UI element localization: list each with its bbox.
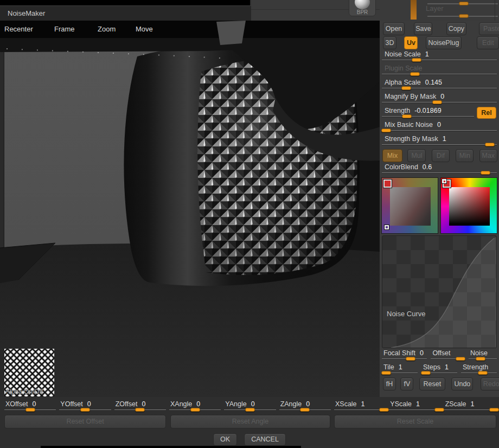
menu-item-frame[interactable]: Frame <box>54 25 75 33</box>
reset-scale-button[interactable]: Reset Scale <box>334 415 496 428</box>
mode-uv-button[interactable]: Uv <box>404 36 418 49</box>
slider-handle[interactable] <box>245 408 255 412</box>
noise-scale-slider[interactable]: Noise Scale1 <box>381 50 498 64</box>
menu-item-move[interactable]: Move <box>136 25 153 33</box>
color-b-selector[interactable] <box>442 179 446 183</box>
edit-button[interactable]: Edit <box>477 36 499 49</box>
slider-track[interactable] <box>421 373 457 374</box>
blend-mul-button[interactable]: Mul <box>407 149 426 162</box>
color-picker-b[interactable] <box>440 177 497 234</box>
background-slider-handle[interactable] <box>459 2 469 5</box>
menu-item-zoom[interactable]: Zoom <box>98 25 116 33</box>
zangle-slider[interactable]: ZAngle0 <box>279 400 331 411</box>
reset-angle-button[interactable]: Reset Angle <box>170 415 330 428</box>
slider-track[interactable] <box>279 409 331 411</box>
slider-handle[interactable] <box>434 408 444 412</box>
slider-handle[interactable] <box>432 100 442 104</box>
menu-item-recenter[interactable]: Recenter <box>4 25 33 33</box>
save-button[interactable]: Save <box>414 22 432 35</box>
xscale-slider[interactable]: XScale1 <box>334 400 386 411</box>
color-picker-a-field[interactable] <box>390 187 431 226</box>
color-picker-b-field[interactable] <box>449 187 490 226</box>
reset-offset-button[interactable]: Reset Offset <box>4 415 166 428</box>
steps-slider[interactable]: Steps1 <box>421 363 457 376</box>
slider-track[interactable] <box>382 88 497 89</box>
background-slider-handle[interactable] <box>459 14 469 18</box>
blend-dif-button[interactable]: Dif <box>432 149 450 162</box>
slider-track[interactable] <box>224 409 276 411</box>
yoffset-slider[interactable]: YOffset0 <box>59 400 111 411</box>
xoffset-slider[interactable]: XOffset0 <box>4 400 56 411</box>
rel-button[interactable]: Rel <box>477 107 496 119</box>
strength-curve-slider[interactable]: Strength <box>461 363 497 376</box>
noise-slider[interactable]: Noise <box>469 349 497 362</box>
slider-handle[interactable] <box>410 72 420 76</box>
slider-handle[interactable] <box>135 408 145 412</box>
slider-track[interactable] <box>461 373 497 374</box>
zoffset-slider[interactable]: ZOffset0 <box>114 400 166 411</box>
slider-track[interactable] <box>382 373 418 374</box>
xangle-slider[interactable]: XAngle0 <box>169 400 221 411</box>
flip-horizontal-button[interactable]: fH <box>383 377 396 391</box>
offset-slider[interactable]: Offset <box>431 349 465 362</box>
slider-track[interactable] <box>382 102 497 103</box>
slider-handle[interactable] <box>421 371 431 375</box>
slider-track[interactable] <box>389 409 440 411</box>
magnify-by-mask-slider[interactable]: Magnify By Mask0 <box>381 92 498 106</box>
tile-slider[interactable]: Tile1 <box>382 363 418 376</box>
cancel-button[interactable]: CANCEL <box>244 433 286 446</box>
redo-button[interactable]: Redo <box>481 377 499 391</box>
slider-handle[interactable] <box>406 357 415 361</box>
slider-track[interactable] <box>382 144 497 145</box>
slider-handle[interactable] <box>456 357 465 361</box>
slider-handle[interactable] <box>300 408 310 412</box>
slider-handle[interactable] <box>402 114 412 118</box>
colorblend-slider[interactable]: ColorBlend0.6 <box>381 163 498 177</box>
blend-min-button[interactable]: Min <box>456 149 474 162</box>
zscale-slider[interactable]: ZScale1 <box>444 400 496 411</box>
slider-handle[interactable] <box>379 408 389 412</box>
strength-slider[interactable]: Strength-0.01869 Rel <box>381 106 498 120</box>
blend-max-button[interactable]: Max <box>479 149 497 162</box>
plugin-scale-slider[interactable]: Plugin Scale <box>381 64 498 78</box>
slider-track[interactable] <box>444 409 496 411</box>
slider-track[interactable] <box>382 359 427 360</box>
slider-handle[interactable] <box>476 357 485 361</box>
slider-track[interactable] <box>114 409 166 411</box>
3d-viewport[interactable]: Recenter Frame Zoom Move <box>0 21 380 397</box>
dialog-titlebar[interactable]: NoiseMaker <box>0 5 251 21</box>
mode-3d-button[interactable]: 3D <box>383 36 396 49</box>
slider-handle[interactable] <box>485 143 495 146</box>
flip-vertical-button[interactable]: fV <box>400 377 413 391</box>
color-picker-a[interactable] <box>381 177 438 234</box>
slider-handle[interactable] <box>80 408 90 412</box>
slider-track[interactable] <box>334 409 386 411</box>
reset-curve-button[interactable]: Reset <box>419 377 445 391</box>
yangle-slider[interactable]: YAngle0 <box>224 400 276 411</box>
undo-button[interactable]: Undo <box>451 377 473 391</box>
strength-by-mask-slider[interactable]: Strength By Mask1 <box>381 135 498 149</box>
noise-curve-editor[interactable]: Noise Curve <box>382 235 497 348</box>
color-a-selector[interactable] <box>385 225 389 229</box>
slider-track[interactable] <box>59 409 111 411</box>
slider-track[interactable] <box>169 409 221 411</box>
yscale-slider[interactable]: YScale1 <box>389 400 440 411</box>
slider-track[interactable] <box>382 172 497 174</box>
alpha-preview-toggle[interactable]: Alpha On/Off <box>4 349 54 396</box>
mix-basic-noise-slider[interactable]: Mix Basic Noise0 <box>381 120 498 135</box>
alpha-scale-slider[interactable]: Alpha Scale0.145 <box>381 78 498 92</box>
slider-track[interactable] <box>382 130 497 131</box>
color-a-swatch[interactable] <box>383 180 392 188</box>
blend-mix-button[interactable]: Mix <box>382 149 402 162</box>
bpr-render-button[interactable]: BPR <box>349 0 376 16</box>
slider-track[interactable] <box>4 409 56 411</box>
ok-button[interactable]: OK <box>213 433 237 446</box>
slider-track[interactable] <box>382 60 497 61</box>
slider-handle[interactable] <box>412 58 421 62</box>
slider-handle[interactable] <box>478 371 488 375</box>
slider-handle[interactable] <box>489 408 499 412</box>
slider-handle[interactable] <box>190 408 200 412</box>
focal-shift-slider[interactable]: Focal Shift0 <box>382 349 427 362</box>
copy-button[interactable]: Copy <box>446 22 466 35</box>
slider-handle[interactable] <box>25 408 35 412</box>
